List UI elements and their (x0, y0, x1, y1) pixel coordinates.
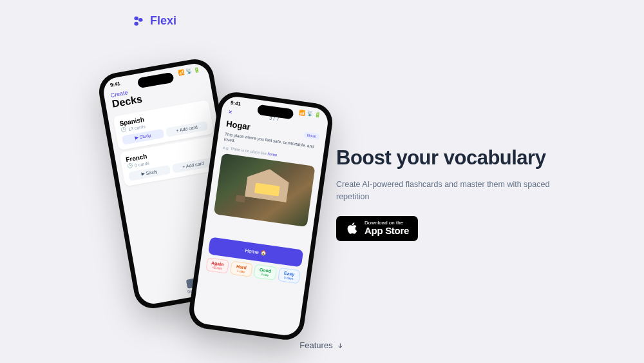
card-image (214, 153, 316, 227)
diff-again: Again <5 min (205, 257, 229, 273)
arrow-down-icon (337, 342, 345, 349)
apple-icon (345, 221, 359, 235)
phone-mockups: 9:41 📶 📡 🔋 Create Decks Spanish 🕒13 card… (109, 58, 328, 329)
logo-icon (132, 15, 145, 28)
diff-good: Good 3 day (254, 264, 277, 280)
app-store-button[interactable]: Download on the App Store (336, 216, 418, 241)
hero-subtitle: Create AI-powered flashcards and master … (336, 179, 562, 203)
site-header: Flexi (132, 14, 176, 28)
logo-text[interactable]: Flexi (150, 14, 176, 28)
features-link[interactable]: Features (299, 340, 344, 350)
hero: Boost your vocabulary Create AI-powered … (336, 146, 562, 241)
back-icon: ✕ (227, 109, 232, 115)
hero-title: Boost your vocabulary (336, 146, 562, 170)
status-time: 9:41 (109, 81, 120, 88)
diff-hard: Hard 1 day (230, 260, 253, 277)
app-store-big-text: App Store (365, 226, 409, 237)
pos-badge: Noun (303, 132, 319, 140)
diff-easy: Easy 5 days (278, 268, 301, 284)
